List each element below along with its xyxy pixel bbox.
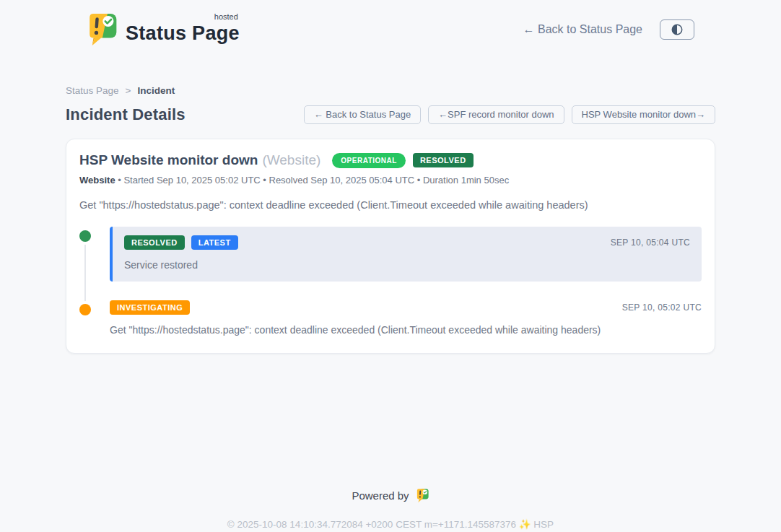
timeline-entry-content: INVESTIGATING SEP 10, 05:02 UTC Get "htt…: [110, 300, 702, 336]
timeline-timestamp: SEP 10, 05:02 UTC: [622, 302, 702, 313]
brand-name: Status Page: [126, 22, 240, 44]
brand-text: Status Page hosted: [126, 15, 240, 45]
theme-toggle-button[interactable]: [660, 19, 694, 40]
incident-component: (Website): [262, 152, 320, 168]
resolved-state-badge: RESOLVED: [413, 153, 474, 167]
incident-card: HSP Website monitor down (Website) OPERA…: [66, 139, 715, 354]
timeline-entry-content: RESOLVED LATEST SEP 10, 05:04 UTC Servic…: [110, 227, 702, 282]
resolved-badge: RESOLVED: [124, 235, 185, 250]
header-back-link[interactable]: ← Back to Status Page: [523, 23, 642, 36]
next-incident-button[interactable]: HSP Website monitor down→: [572, 105, 715, 124]
main-content: Status Page > Incident Incident Details …: [66, 85, 715, 354]
incident-meta: Website • Started Sep 10, 2025 05:02 UTC…: [79, 175, 702, 186]
status-page-mini-logo-icon[interactable]: [415, 488, 429, 503]
latest-badge: LATEST: [191, 235, 238, 250]
incident-meta-component: Website: [79, 175, 115, 186]
header-right: ← Back to Status Page: [523, 19, 694, 40]
incident-timeline: RESOLVED LATEST SEP 10, 05:04 UTC Servic…: [79, 227, 702, 336]
timeline-dot-column: [79, 300, 110, 336]
title-row: Incident Details ← Back to Status Page ←…: [66, 105, 715, 124]
header: Status Page hosted ← Back to Status Page: [0, 0, 781, 48]
copyright-line: © 2025-10-08 14:10:34.772084 +0200 CEST …: [0, 518, 781, 530]
investigating-badge: INVESTIGATING: [110, 300, 190, 315]
timeline-dot-column: [79, 227, 110, 282]
brand-logo: Status Page hosted: [85, 12, 240, 48]
timeline-message: Service restored: [124, 259, 690, 271]
incident-card-header: HSP Website monitor down (Website) OPERA…: [79, 152, 702, 168]
footer: Powered by © 2025-10-08 14:10:34.772084 …: [0, 488, 781, 530]
half-circle-contrast-icon: [671, 23, 684, 36]
timeline-badges: RESOLVED LATEST: [124, 235, 238, 250]
breadcrumb-incident: Incident: [137, 85, 175, 96]
timeline-dot-green: [79, 230, 91, 242]
incident-description: Get "https://hostedstatus.page": context…: [79, 199, 702, 211]
timeline-badges: INVESTIGATING: [110, 300, 190, 315]
powered-by-label: Powered by: [352, 489, 409, 502]
prev-incident-button[interactable]: ←SPF record monitor down: [428, 105, 564, 124]
breadcrumb-status-page[interactable]: Status Page: [66, 85, 119, 96]
timeline-message: Get "https://hostedstatus.page": context…: [110, 324, 702, 336]
incident-title: HSP Website monitor down: [79, 152, 258, 168]
status-page-logo-icon: [85, 12, 118, 48]
incident-nav-buttons: ← Back to Status Page ←SPF record monito…: [304, 105, 715, 124]
breadcrumb: Status Page > Incident: [66, 85, 715, 96]
breadcrumb-separator: >: [126, 85, 131, 96]
timeline-entry-resolved: RESOLVED LATEST SEP 10, 05:04 UTC Servic…: [79, 227, 702, 282]
timeline-entry-investigating: INVESTIGATING SEP 10, 05:02 UTC Get "htt…: [79, 300, 702, 336]
brand-hosted-label: hosted: [214, 12, 238, 21]
timeline-dot-orange: [79, 304, 91, 315]
powered-by: Powered by: [0, 488, 781, 503]
back-to-status-page-button[interactable]: ← Back to Status Page: [304, 105, 421, 124]
operational-status-badge: OPERATIONAL: [332, 153, 406, 168]
timeline-timestamp: SEP 10, 05:04 UTC: [611, 237, 690, 248]
page-title: Incident Details: [66, 105, 186, 124]
incident-meta-details: • Started Sep 10, 2025 05:02 UTC • Resol…: [115, 175, 510, 186]
